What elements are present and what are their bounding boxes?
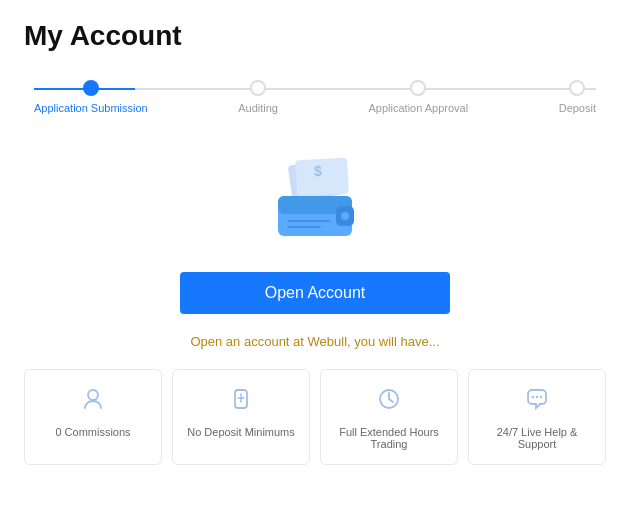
live-help-icon — [524, 386, 550, 418]
step-application-approval: Application Approval — [369, 80, 469, 114]
svg-point-17 — [536, 396, 538, 398]
deposit-minimums-label: No Deposit Minimums — [187, 426, 295, 438]
live-help-label: 24/7 Live Help & Support — [477, 426, 597, 450]
step-label-1: Application Submission — [34, 102, 148, 114]
commissions-label: 0 Commissions — [55, 426, 130, 438]
step-auditing: Auditing — [238, 80, 278, 114]
svg-point-9 — [88, 390, 98, 400]
step-circle-4 — [569, 80, 585, 96]
svg-point-18 — [540, 396, 542, 398]
wallet-icon: $ — [260, 154, 370, 244]
svg-line-15 — [389, 399, 393, 402]
step-circle-2 — [250, 80, 266, 96]
svg-text:$: $ — [314, 163, 322, 179]
page-title: My Account — [24, 20, 606, 52]
svg-point-6 — [341, 212, 349, 220]
features-row: 0 Commissions No Deposit Minimums Full E… — [24, 369, 606, 465]
commissions-icon — [80, 386, 106, 418]
steps-row: Application Submission Auditing Applicat… — [34, 80, 596, 114]
step-deposit: Deposit — [559, 80, 596, 114]
svg-point-16 — [532, 396, 534, 398]
extended-hours-icon — [376, 386, 402, 418]
progress-tracker: Application Submission Auditing Applicat… — [24, 80, 606, 114]
step-label-3: Application Approval — [369, 102, 469, 114]
step-circle-1 — [83, 80, 99, 96]
feature-commissions: 0 Commissions — [24, 369, 162, 465]
step-application-submission: Application Submission — [34, 80, 148, 114]
feature-deposit-minimums: No Deposit Minimums — [172, 369, 310, 465]
tagline: Open an account at Webull, you will have… — [24, 334, 606, 349]
deposit-minimums-icon — [228, 386, 254, 418]
extended-hours-label: Full Extended Hours Trading — [329, 426, 449, 450]
step-label-4: Deposit — [559, 102, 596, 114]
illustration: $ — [24, 154, 606, 244]
feature-live-help: 24/7 Live Help & Support — [468, 369, 606, 465]
svg-rect-1 — [295, 158, 349, 197]
open-account-button[interactable]: Open Account — [180, 272, 450, 314]
step-circle-3 — [410, 80, 426, 96]
feature-extended-hours: Full Extended Hours Trading — [320, 369, 458, 465]
step-label-2: Auditing — [238, 102, 278, 114]
